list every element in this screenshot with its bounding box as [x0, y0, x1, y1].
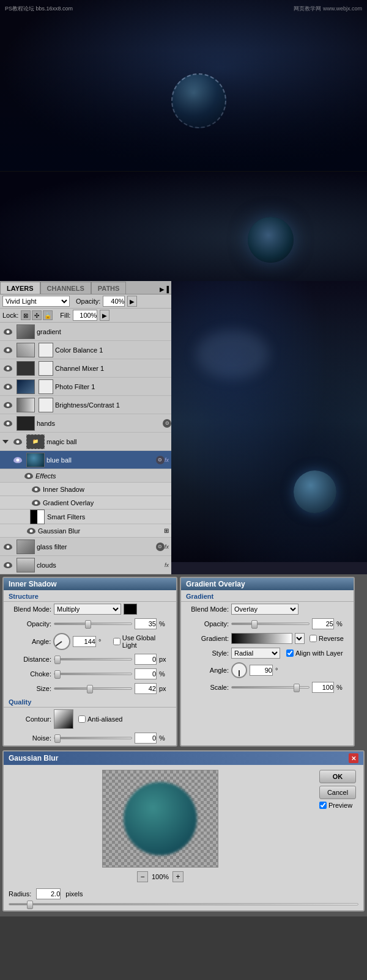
scale-input[interactable] [312, 682, 334, 693]
layer-row[interactable]: Brightness/Contrast 1 [0, 396, 171, 414]
anti-aliased-label[interactable]: Anti-aliased [78, 715, 122, 723]
filter-name: Gaussian Blur [38, 527, 80, 535]
opacity-arrow[interactable]: ▶ [127, 296, 137, 307]
gaussian-preview[interactable] [102, 770, 218, 868]
visibility-toggle[interactable] [1, 329, 15, 335]
blend-mode-select-go[interactable]: Overlay [231, 604, 298, 615]
preview-label[interactable]: Preview [319, 802, 352, 809]
layer-row[interactable]: clouds fx [0, 556, 171, 574]
opacity-label-go: Opacity: [186, 620, 229, 627]
global-light-text: Use Global Light [122, 634, 171, 649]
contour-preview[interactable] [54, 709, 73, 729]
ok-button[interactable]: OK [319, 770, 356, 783]
visibility-toggle[interactable] [1, 384, 15, 390]
noise-input[interactable] [135, 733, 157, 744]
radius-slider[interactable] [9, 903, 358, 905]
effect-visibility[interactable] [29, 500, 43, 506]
align-layer-checkbox[interactable] [286, 649, 294, 657]
lock-all[interactable]: 🔒 [43, 310, 53, 320]
tab-paths[interactable]: PATHS [91, 282, 127, 294]
opacity-slider-go[interactable] [231, 623, 310, 625]
distance-input[interactable] [135, 654, 157, 665]
blend-mode-select[interactable]: Vivid Light [2, 296, 70, 307]
blend-mode-select-is[interactable]: Multiply [54, 604, 121, 615]
reverse-label[interactable]: Reverse [310, 635, 344, 642]
smart-filter-mask [30, 510, 45, 524]
gradient-select[interactable]: ▼ [295, 633, 305, 644]
noise-slider[interactable] [54, 737, 132, 739]
close-button[interactable]: ✕ [349, 753, 358, 763]
preview-checkbox[interactable] [319, 802, 327, 809]
reverse-checkbox[interactable] [310, 635, 317, 642]
choke-input[interactable] [135, 668, 157, 679]
layer-mask-thumbnail [39, 343, 53, 357]
gradient-overlay-effect-row[interactable]: Gradient Overlay [0, 496, 171, 510]
anti-aliased-checkbox[interactable] [78, 715, 86, 723]
global-light-label[interactable]: Use Global Light [113, 634, 171, 649]
visibility-toggle[interactable] [1, 420, 15, 426]
effects-visibility[interactable] [22, 473, 35, 479]
gradient-picker[interactable] [231, 633, 292, 644]
visibility-toggle[interactable] [1, 365, 15, 371]
layer-row[interactable]: blue ball ⊙ fx [0, 451, 171, 469]
filter-visibility[interactable] [24, 528, 38, 534]
layer-thumbnail [17, 416, 35, 431]
visibility-toggle[interactable] [1, 347, 15, 353]
layer-row[interactable]: 📁 magic ball [0, 433, 171, 451]
fill-input[interactable] [73, 310, 97, 321]
inner-shadow-effect-row[interactable]: Inner Shadow [0, 483, 171, 496]
effect-visibility[interactable] [29, 486, 43, 492]
choke-slider[interactable] [54, 673, 132, 675]
lock-move[interactable]: ✣ [32, 310, 42, 320]
angle-input-go[interactable] [250, 665, 273, 676]
tab-layers[interactable]: LAYERS [0, 282, 40, 294]
angle-label-go: Angle: [186, 667, 229, 674]
visibility-toggle[interactable] [11, 439, 24, 445]
style-select[interactable]: Radial [231, 648, 280, 659]
visibility-toggle[interactable] [1, 402, 15, 408]
cancel-button[interactable]: Cancel [319, 786, 356, 799]
smart-filters-row[interactable]: Smart Filters [0, 510, 171, 524]
layer-row[interactable]: gradient [0, 323, 171, 341]
noise-unit: % [159, 734, 171, 742]
scale-label: Scale: [186, 684, 229, 691]
lock-checkerboard[interactable]: ⊠ [21, 310, 31, 320]
opacity-slider-is[interactable] [54, 623, 132, 625]
effect-name: Inner Shadow [43, 486, 84, 493]
layer-row[interactable]: Channel Mixer 1 [0, 359, 171, 378]
zoom-in-button[interactable]: + [172, 871, 184, 882]
visibility-toggle[interactable] [1, 562, 15, 568]
gradient-angle-dial[interactable] [231, 662, 247, 678]
group-expand[interactable] [2, 440, 11, 444]
shadow-color-swatch[interactable] [124, 604, 137, 615]
zoom-out-button[interactable]: − [137, 871, 148, 882]
contour-label: Contour: [9, 715, 51, 723]
tab-channels[interactable]: CHANNELS [40, 282, 91, 294]
radius-input[interactable] [36, 888, 61, 899]
opacity-input-is[interactable] [135, 618, 157, 629]
gaussian-blur-filter-row[interactable]: Gaussian Blur ⊞ [0, 524, 171, 538]
size-slider[interactable] [54, 687, 132, 690]
gradient-section: Gradient [181, 590, 354, 602]
visibility-toggle[interactable] [11, 457, 24, 463]
angle-dial-is[interactable] [53, 633, 70, 650]
layers-panel-menu[interactable]: ▶▐ [160, 286, 169, 293]
angle-input-is[interactable] [73, 636, 96, 647]
layer-row[interactable]: glass filter ⊙ fx [0, 538, 171, 556]
size-input[interactable] [135, 683, 157, 694]
layer-row[interactable]: Color Balance 1 [0, 341, 171, 359]
dialog-buttons: OK Cancel Preview [314, 767, 361, 883]
global-light-checkbox[interactable] [113, 638, 120, 645]
layer-row[interactable]: hands ⊙ [0, 414, 171, 433]
dialog-title-text: Gaussian Blur [9, 754, 58, 762]
gaussian-blur-dialog: Gaussian Blur ✕ − 100% + [2, 750, 365, 912]
scale-slider[interactable] [231, 686, 310, 689]
distance-slider[interactable] [54, 658, 132, 660]
layer-row[interactable]: Photo Filter 1 [0, 378, 171, 396]
opacity-input[interactable] [103, 296, 125, 307]
effects-header[interactable]: Effects [0, 469, 171, 483]
fill-arrow[interactable]: ▶ [100, 310, 109, 321]
visibility-toggle[interactable] [1, 544, 15, 550]
opacity-input-go[interactable] [312, 618, 334, 629]
align-layer-label[interactable]: Align with Layer [286, 649, 343, 657]
